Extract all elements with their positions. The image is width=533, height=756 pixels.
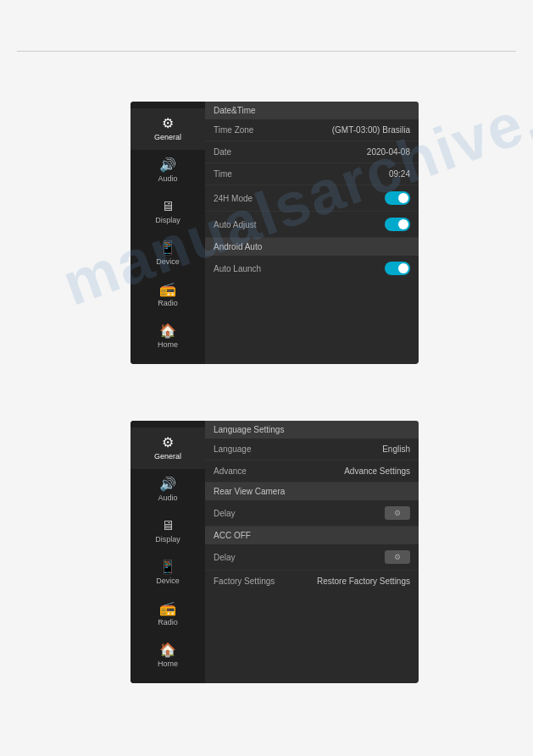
sidebar-top: ⚙ General 🔊 Audio 🖥 Display 📱 Device 📻 R… — [130, 102, 205, 364]
radio-icon: 📻 — [159, 283, 176, 296]
sidebar-item-audio[interactable]: 🔊 Audio — [130, 150, 205, 191]
setting-row-timezone: Time Zone (GMT-03:00) Brasilia — [205, 119, 419, 141]
sidebar-label-home: Home — [158, 340, 178, 349]
sidebar-label-general: General — [154, 133, 181, 141]
section-header-language: Language Settings — [205, 421, 419, 439]
sidebar-item-audio-b[interactable]: 🔊 Audio — [130, 469, 205, 510]
advance-value: Advance Settings — [344, 466, 410, 476]
sidebar-item-general[interactable]: ⚙ General — [130, 108, 205, 150]
autolaunch-toggle[interactable] — [385, 262, 410, 275]
device-icon-b: 📱 — [159, 560, 176, 574]
toggle-icon-symbol-2: ⚙ — [394, 553, 401, 561]
section-header-accoff: ACC OFF — [205, 527, 419, 544]
language-label: Language — [214, 444, 252, 454]
setting-row-24hmode: 24H Mode — [205, 185, 419, 212]
sidebar-item-general-b[interactable]: ⚙ General — [130, 428, 205, 469]
accoff-delay-toggle[interactable]: ⚙ — [385, 550, 410, 564]
gear-icon: ⚙ — [162, 117, 174, 130]
sidebar-label-device: Device — [156, 257, 180, 266]
rearview-delay-label: Delay — [214, 509, 236, 518]
sidebar-item-radio[interactable]: 📻 Radio — [130, 274, 205, 316]
sidebar-item-radio-b[interactable]: 📻 Radio — [130, 593, 205, 635]
top-divider — [17, 51, 516, 52]
time-value: 09:24 — [389, 169, 410, 179]
section-header-datetime: Date&Time — [205, 102, 419, 119]
panel-bottom: ⚙ General 🔊 Audio 🖥 Display 📱 Device 📻 R… — [130, 421, 419, 683]
timezone-label: Time Zone — [214, 125, 253, 135]
factory-label: Factory Settings — [214, 577, 275, 586]
time-label: Time — [214, 169, 232, 179]
autoadjust-label: Auto Adjust — [214, 220, 257, 229]
sidebar-item-device[interactable]: 📱 Device — [130, 233, 205, 274]
sidebar-label-general-b: General — [154, 452, 181, 461]
setting-row-factory[interactable]: Factory Settings Restore Factory Setting… — [205, 571, 419, 592]
setting-row-autolaunch: Auto Launch — [205, 256, 419, 281]
main-content-top: Date&Time Time Zone (GMT-03:00) Brasilia… — [205, 102, 419, 364]
sidebar-item-device-b[interactable]: 📱 Device — [130, 552, 205, 593]
display-icon: 🖥 — [161, 200, 175, 213]
sidebar-label-home-b: Home — [158, 659, 178, 668]
panel-top: ⚙ General 🔊 Audio 🖥 Display 📱 Device 📻 R… — [130, 102, 419, 364]
setting-row-autoadjust: Auto Adjust — [205, 212, 419, 238]
toggle-icon-symbol: ⚙ — [394, 509, 401, 517]
factory-value: Restore Factory Settings — [317, 577, 410, 586]
advance-label: Advance — [214, 466, 247, 476]
rearview-delay-toggle[interactable]: ⚙ — [385, 506, 410, 520]
setting-row-time: Time 09:24 — [205, 163, 419, 185]
sidebar-label-audio-b: Audio — [158, 494, 177, 502]
language-value: English — [382, 444, 410, 454]
main-content-bottom: Language Settings Language English Advan… — [205, 421, 419, 683]
audio-icon-b: 🔊 — [159, 477, 176, 491]
sidebar-label-display: Display — [155, 216, 180, 224]
accoff-delay-label: Delay — [214, 553, 236, 562]
gear-icon-b: ⚙ — [162, 436, 174, 450]
24hmode-label: 24H Mode — [214, 194, 253, 203]
device-icon: 📱 — [159, 241, 176, 255]
sidebar-label-audio: Audio — [158, 174, 177, 183]
sidebar-label-display-b: Display — [155, 535, 180, 544]
autolaunch-label: Auto Launch — [214, 264, 261, 273]
setting-row-rearview-delay: Delay ⚙ — [205, 500, 419, 527]
sidebar-label-device-b: Device — [156, 577, 180, 585]
radio-icon-b: 📻 — [159, 602, 176, 615]
sidebar-label-radio: Radio — [158, 299, 178, 307]
sidebar-item-display-b[interactable]: 🖥 Display — [130, 510, 205, 552]
date-value: 2020-04-08 — [367, 147, 410, 157]
sidebar-item-home-b[interactable]: 🏠 Home — [130, 635, 205, 676]
date-label: Date — [214, 147, 231, 157]
autoadjust-toggle[interactable] — [385, 218, 410, 231]
sidebar-label-radio-b: Radio — [158, 618, 178, 626]
section-header-androidauto: Android Auto — [205, 238, 419, 256]
setting-row-advance[interactable]: Advance Advance Settings — [205, 461, 419, 483]
sidebar-item-home[interactable]: 🏠 Home — [130, 316, 205, 357]
setting-row-language: Language English — [205, 439, 419, 461]
setting-row-date: Date 2020-04-08 — [205, 141, 419, 163]
setting-row-accoff-delay: Delay ⚙ — [205, 544, 419, 571]
home-icon-b: 🏠 — [159, 643, 176, 657]
home-icon: 🏠 — [159, 324, 176, 338]
sidebar-item-display[interactable]: 🖥 Display — [130, 191, 205, 233]
timezone-value: (GMT-03:00) Brasilia — [332, 125, 410, 135]
sidebar-bottom: ⚙ General 🔊 Audio 🖥 Display 📱 Device 📻 R… — [130, 421, 205, 683]
audio-icon: 🔊 — [159, 158, 176, 172]
display-icon-b: 🖥 — [161, 519, 175, 533]
section-header-rearview: Rear View Camera — [205, 483, 419, 500]
24hmode-toggle[interactable] — [385, 191, 410, 205]
